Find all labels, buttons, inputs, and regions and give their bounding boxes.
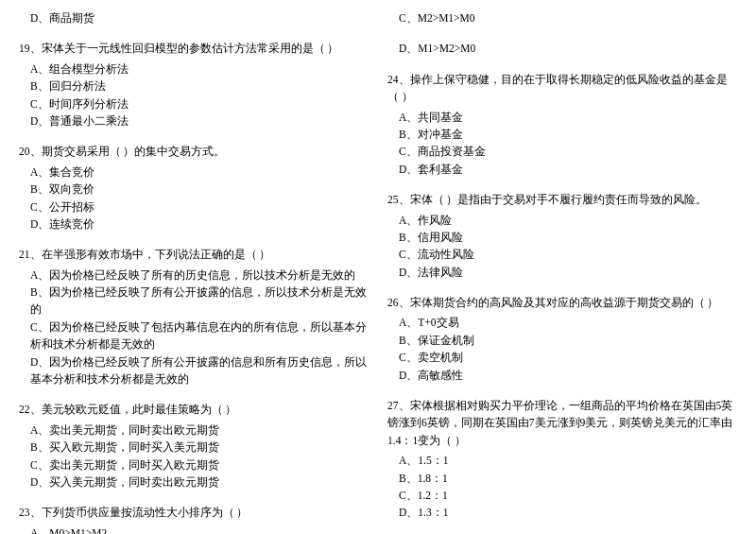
option-24-a: A、共同基金: [387, 109, 737, 126]
content-area: D、商品期货 19、宋体关于一元线性回归模型的参数估计方法常采用的是（ ） A、…: [19, 9, 737, 534]
question-20-title: 20、期货交易采用（ ）的集中交易方式。: [19, 143, 369, 160]
question-block-d-shang: D、商品期货: [19, 9, 369, 26]
option-d-m1m2m0: D、M1>M2>M0: [387, 40, 737, 57]
question-26-title: 26、宋体期货合约的高风险及其对应的高收益源于期货交易的（ ）: [387, 294, 737, 311]
option-20-d: D、连续竞价: [19, 215, 369, 233]
option-27-d: D、1.3：1: [387, 504, 737, 521]
question-block-22: 22、美元较欧元贬值，此时最佳策略为（ ） A、卖出美元期货，同时卖出欧元期货 …: [19, 401, 369, 491]
option-21-c: C、因为价格已经反映了包括内幕信息在内的所有信息，所以基本分析和技术分析都是无效…: [19, 319, 369, 353]
right-column: C、M2>M1>M0 D、M1>M2>M0 24、操作上保守稳健，目的在于取得长…: [387, 9, 737, 534]
option-19-c: C、时间序列分析法: [19, 95, 369, 112]
question-block-20: 20、期货交易采用（ ）的集中交易方式。 A、集合竞价 B、双向竞价 C、公开招…: [19, 143, 369, 233]
option-22-c: C、卖出美元期货，同时买入欧元期货: [19, 456, 369, 474]
question-21-title: 21、在半强形有效市场中，下列说法正确的是（ ）: [19, 246, 369, 263]
option-25-d: D、法律风险: [387, 264, 737, 281]
option-20-c: C、公开招标: [19, 198, 369, 215]
option-22-d: D、买入美元期货，同时卖出欧元期货: [19, 474, 369, 491]
option-21-d: D、因为价格已经反映了所有公开披露的信息和所有历史信息，所以基本分析和技术分析都…: [19, 353, 369, 388]
question-block-19: 19、宋体关于一元线性回归模型的参数估计方法常采用的是（ ） A、组合模型分析法…: [19, 40, 369, 129]
question-19-title: 19、宋体关于一元线性回归模型的参数估计方法常采用的是（ ）: [19, 40, 369, 57]
question-block-21: 21、在半强形有效市场中，下列说法正确的是（ ） A、因为价格已经反映了所有的历…: [19, 246, 369, 388]
question-27-title: 27、宋体根据相对购买力平价理论，一组商品的平均价格在英国由5英镑涨到6英镑，同…: [387, 397, 737, 449]
option-22-a: A、卖出美元期货，同时卖出欧元期货: [19, 422, 369, 439]
option-c-m2m1m0: C、M2>M1>M0: [387, 9, 737, 26]
option-d-shang: D、商品期货: [19, 9, 369, 26]
question-25-title: 25、宋体（ ）是指由于交易对手不履行履约责任而导致的风险。: [387, 191, 737, 208]
option-26-a: A、T+0交易: [387, 314, 737, 331]
option-25-b: B、信用风险: [387, 229, 737, 246]
option-24-c: C、商品投资基金: [387, 143, 737, 160]
option-26-c: C、卖空机制: [387, 349, 737, 366]
question-24-title: 24、操作上保守稳健，目的在于取得长期稳定的低风险收益的基金是（ ）: [387, 71, 737, 106]
option-23-a: A、M0>M1>M2: [19, 525, 369, 534]
question-block-27: 27、宋体根据相对购买力平价理论，一组商品的平均价格在英国由5英镑涨到6英镑，同…: [387, 397, 737, 522]
option-19-b: B、回归分析法: [19, 78, 369, 95]
option-26-b: B、保证金机制: [387, 332, 737, 349]
option-21-b: B、因为价格已经反映了所有公开披露的信息，所以技术分析是无效的: [19, 284, 369, 319]
option-19-a: A、组合模型分析法: [19, 60, 369, 78]
question-block-d-m1m2m0: D、M1>M2>M0: [387, 40, 737, 57]
option-27-a: A、1.5：1: [387, 452, 737, 469]
option-27-b: B、1.8：1: [387, 470, 737, 487]
question-block-c-m2m1m0: C、M2>M1>M0: [387, 9, 737, 26]
option-21-a: A、因为价格已经反映了所有的历史信息，所以技术分析是无效的: [19, 267, 369, 284]
question-block-23: 23、下列货币供应量按流动性大小排序为（ ） A、M0>M1>M2 B、M0>M…: [19, 504, 369, 534]
question-23-title: 23、下列货币供应量按流动性大小排序为（ ）: [19, 504, 369, 521]
left-column: D、商品期货 19、宋体关于一元线性回归模型的参数估计方法常采用的是（ ） A、…: [19, 9, 369, 534]
option-25-c: C、流动性风险: [387, 246, 737, 263]
option-26-d: D、高敏感性: [387, 367, 737, 384]
option-27-c: C、1.2：1: [387, 487, 737, 504]
option-24-d: D、套利基金: [387, 161, 737, 178]
option-24-b: B、对冲基金: [387, 126, 737, 143]
option-22-b: B、买入欧元期货，同时买入美元期货: [19, 439, 369, 456]
option-20-a: A、集合竞价: [19, 164, 369, 181]
question-block-24: 24、操作上保守稳健，目的在于取得长期稳定的低风险收益的基金是（ ） A、共同基…: [387, 71, 737, 178]
page-container: D、商品期货 19、宋体关于一元线性回归模型的参数估计方法常采用的是（ ） A、…: [19, 9, 737, 534]
question-22-title: 22、美元较欧元贬值，此时最佳策略为（ ）: [19, 401, 369, 418]
question-block-26: 26、宋体期货合约的高风险及其对应的高收益源于期货交易的（ ） A、T+0交易 …: [387, 294, 737, 384]
option-19-d: D、普通最小二乘法: [19, 112, 369, 129]
question-block-25: 25、宋体（ ）是指由于交易对手不履行履约责任而导致的风险。 A、作风险 B、信…: [387, 191, 737, 281]
option-25-a: A、作风险: [387, 212, 737, 229]
option-20-b: B、双向竞价: [19, 181, 369, 198]
